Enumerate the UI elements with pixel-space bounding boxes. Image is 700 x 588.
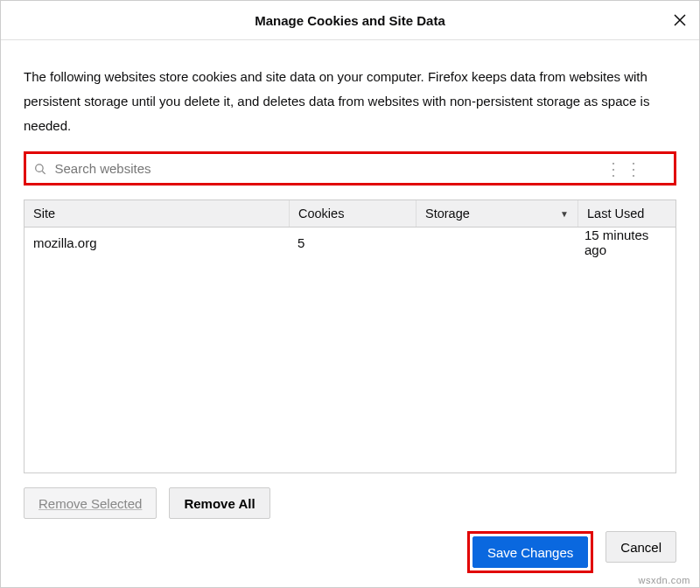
footer-left: Remove Selected Remove All	[1, 473, 699, 519]
col-header-site[interactable]: Site	[24, 200, 290, 227]
col-header-storage[interactable]: Storage ▼	[416, 200, 578, 227]
sort-desc-icon: ▼	[560, 209, 569, 219]
search-field-container: ⋮⋮	[29, 157, 671, 180]
table-header: Site Cookies Storage ▼ Last Used	[24, 200, 676, 228]
manage-cookies-dialog: Manage Cookies and Site Data The followi…	[0, 0, 700, 588]
search-input[interactable]	[53, 160, 667, 177]
titlebar: Manage Cookies and Site Data	[1, 1, 699, 40]
sites-table: Site Cookies Storage ▼ Last Used mozilla…	[24, 200, 676, 473]
svg-point-0	[36, 164, 43, 172]
remove-selected-button[interactable]: Remove Selected	[24, 487, 157, 519]
cell-cookies: 5	[289, 235, 415, 250]
save-highlight: Save Changes	[467, 531, 593, 573]
cancel-button[interactable]: Cancel	[606, 531, 676, 563]
watermark: wsxdn.com	[638, 575, 690, 585]
search-icon	[34, 163, 46, 175]
content-area: The following websites store cookies and…	[1, 40, 699, 200]
footer-right: Save Changes Cancel	[1, 519, 699, 587]
save-button[interactable]: Save Changes	[472, 536, 588, 568]
cell-site: mozilla.org	[24, 235, 289, 250]
close-button[interactable]	[671, 11, 689, 29]
close-icon	[673, 13, 687, 27]
cell-last-used: 15 minutes ago	[576, 228, 676, 257]
more-icon: ⋮⋮	[605, 158, 645, 179]
col-header-cookies[interactable]: Cookies	[290, 200, 416, 227]
dialog-title: Manage Cookies and Site Data	[255, 13, 445, 28]
table-row[interactable]: mozilla.org 5 15 minutes ago	[24, 228, 676, 257]
table-body: mozilla.org 5 15 minutes ago	[24, 228, 676, 472]
description-text: The following websites store cookies and…	[24, 65, 676, 137]
col-header-last-used[interactable]: Last Used	[578, 200, 676, 227]
col-header-storage-label: Storage	[425, 206, 470, 220]
remove-all-button[interactable]: Remove All	[169, 487, 270, 519]
search-highlight: ⋮⋮	[24, 151, 676, 186]
